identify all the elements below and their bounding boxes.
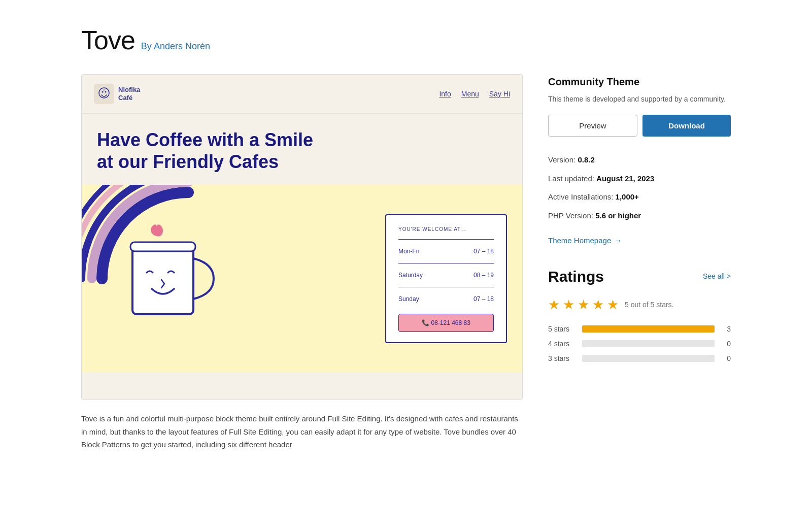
theme-title-row: Tove By Anders Norén <box>81 20 731 60</box>
info-card-title: YOU'RE WELCOME AT... <box>398 225 494 233</box>
cafe-hero: Have Coffee with a Smile at our Friendly… <box>82 114 522 173</box>
theme-title: Tove <box>81 20 135 60</box>
cafe-logo: Niofika Café <box>94 84 140 104</box>
svg-rect-0 <box>94 84 114 104</box>
star-5: ★ <box>607 295 619 315</box>
cafe-nav-menu[interactable]: Menu <box>461 89 479 99</box>
rating-bar-track-3 <box>582 355 715 362</box>
svg-rect-5 <box>130 242 195 251</box>
cafe-hero-text: Have Coffee with a Smile at our Friendly… <box>97 129 507 173</box>
community-badge: Community Theme This theme is developed … <box>548 74 731 105</box>
cafe-logo-text: Niofika Café <box>118 86 140 102</box>
download-button[interactable]: Download <box>642 115 731 137</box>
see-all-link[interactable]: See all > <box>703 271 731 282</box>
rating-bar-3stars: 3 stars 0 <box>548 353 731 364</box>
rating-bar-track-4 <box>582 340 715 347</box>
theme-preview-image: Niofika Café Info Menu Say Hi <box>82 75 522 400</box>
meta-updated: Last updated: August 21, 2023 <box>548 170 731 188</box>
svg-point-2 <box>102 91 104 93</box>
theme-description: Tove is a fun and colorful multi-purpose… <box>81 412 523 451</box>
rating-bars: 5 stars 3 4 stars 0 3 star <box>548 324 731 364</box>
left-column: Niofika Café Info Menu Say Hi <box>81 74 523 451</box>
cafe-header: Niofika Café Info Menu Say Hi <box>82 75 522 114</box>
svg-rect-4 <box>132 243 193 314</box>
action-buttons: Preview Download <box>548 115 731 137</box>
theme-homepage-link[interactable]: Theme Homepage → <box>548 235 622 247</box>
meta-table: Version: 0.8.2 Last updated: August 21, … <box>548 151 731 225</box>
main-content: Niofika Café Info Menu Say Hi <box>81 74 731 451</box>
info-card-phone: 📞 08-121 468 83 <box>398 314 494 332</box>
star-2: ★ <box>563 295 574 315</box>
cafe-nav-sayhi[interactable]: Say Hi <box>489 89 510 99</box>
theme-preview-wrapper: Niofika Café Info Menu Say Hi <box>81 74 523 400</box>
info-card-row-2: Saturday08 – 19 <box>398 268 494 283</box>
right-column: Community Theme This theme is developed … <box>548 74 731 368</box>
cafe-logo-icon <box>94 84 114 104</box>
community-desc: This theme is developed and supported by… <box>548 93 731 105</box>
meta-version: Version: 0.8.2 <box>548 151 731 170</box>
meta-php: PHP Version: 5.6 or higher <box>548 207 731 225</box>
meta-installations: Active Installations: 1,000+ <box>548 188 731 207</box>
author-link[interactable]: Anders Norén <box>154 41 210 51</box>
community-title: Community Theme <box>548 74 731 89</box>
rating-bar-fill-5 <box>582 325 715 333</box>
cafe-nav-info[interactable]: Info <box>439 89 451 99</box>
star-1: ★ <box>548 295 560 315</box>
rating-bar-5stars: 5 stars 3 <box>548 324 731 335</box>
star-4: ★ <box>592 295 604 315</box>
ratings-title: Ratings <box>548 265 604 288</box>
info-card: YOU'RE WELCOME AT... Mon-Fri07 – 18 Satu… <box>385 214 507 343</box>
arcs-svg <box>82 185 315 373</box>
cafe-illustration: YOU'RE WELCOME AT... Mon-Fri07 – 18 Satu… <box>82 185 522 373</box>
stars-row: ★ ★ ★ ★ ★ 5 out of 5 stars. <box>548 295 731 315</box>
preview-button[interactable]: Preview <box>548 115 637 137</box>
rating-bar-4stars: 4 stars 0 <box>548 339 731 349</box>
ratings-header: Ratings See all > <box>548 265 731 288</box>
info-card-row-1: Mon-Fri07 – 18 <box>398 244 494 259</box>
rating-bar-track-5 <box>582 325 715 333</box>
cafe-nav: Info Menu Say Hi <box>439 89 510 99</box>
info-card-row-3: Sunday07 – 18 <box>398 291 494 307</box>
svg-point-3 <box>105 91 107 93</box>
star-3: ★ <box>578 295 589 315</box>
theme-author: By Anders Norén <box>141 40 210 53</box>
ratings-section: Ratings See all > ★ ★ ★ ★ ★ 5 out of 5 s… <box>548 265 731 364</box>
stars-label: 5 out of 5 stars. <box>625 300 674 310</box>
